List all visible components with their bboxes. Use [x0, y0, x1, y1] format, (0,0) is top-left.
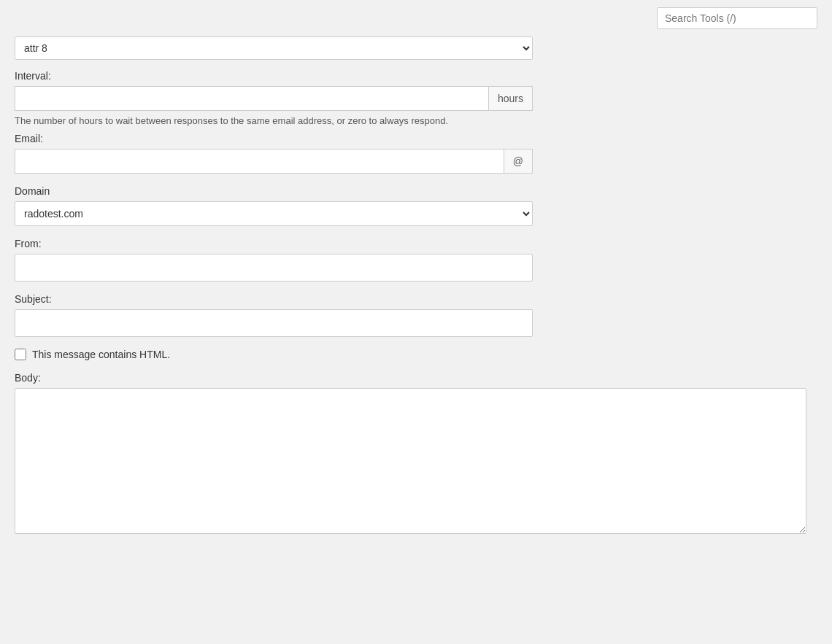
body-textarea[interactable]: [15, 388, 806, 534]
email-at-suffix: @: [504, 149, 533, 174]
search-tools-input[interactable]: [657, 7, 817, 29]
email-label: Email:: [15, 133, 817, 144]
form-container: attr 8 Interval: hours The number of hou…: [0, 36, 832, 570]
domain-row: Domain radotest.com: [15, 185, 817, 226]
from-input[interactable]: [15, 254, 533, 282]
email-input[interactable]: [15, 149, 504, 174]
from-row: From:: [15, 238, 817, 282]
attr-select-group: attr 8: [15, 36, 817, 60]
email-input-group: @: [15, 149, 533, 174]
html-checkbox-label[interactable]: This message contains HTML.: [32, 349, 170, 360]
interval-input[interactable]: [15, 86, 488, 111]
domain-select[interactable]: radotest.com: [15, 201, 533, 226]
interval-suffix: hours: [488, 86, 533, 111]
from-label: From:: [15, 238, 817, 249]
subject-input[interactable]: [15, 309, 533, 337]
interval-label: Interval:: [15, 70, 817, 82]
html-checkbox-row: This message contains HTML.: [15, 349, 817, 360]
attr-row: attr 8: [15, 36, 817, 60]
email-row: Email: @: [15, 133, 817, 174]
top-bar: [0, 0, 832, 36]
body-label: Body:: [15, 372, 817, 384]
body-row: Body:: [15, 372, 817, 536]
domain-label: Domain: [15, 185, 817, 197]
interval-row: Interval: hours The number of hours to w…: [15, 70, 817, 128]
subject-label: Subject:: [15, 293, 817, 305]
html-checkbox[interactable]: [15, 349, 26, 360]
attr-select[interactable]: attr 8: [15, 36, 533, 60]
interval-help-text: The number of hours to wait between resp…: [15, 114, 533, 128]
interval-input-group: hours: [15, 86, 533, 111]
subject-row: Subject:: [15, 293, 817, 337]
